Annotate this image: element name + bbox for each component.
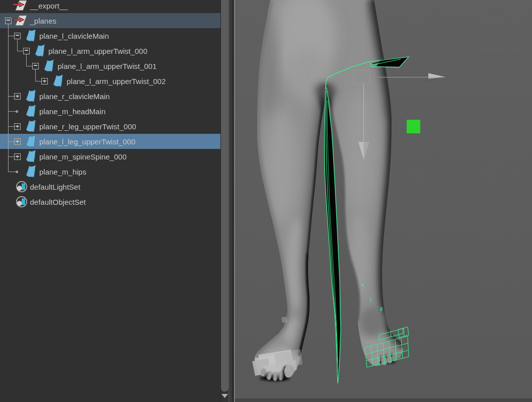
svg-text:_planes: _planes bbox=[30, 17, 57, 25]
svg-text:defaultLightSet: defaultLightSet bbox=[30, 183, 81, 191]
svg-text:plane_l_leg_upperTwist_000: plane_l_leg_upperTwist_000 bbox=[39, 137, 135, 146]
svg-text:plane_l_arm_upperTwist_002: plane_l_arm_upperTwist_002 bbox=[67, 77, 166, 86]
svg-text:plane_l_clavicleMain: plane_l_clavicleMain bbox=[39, 32, 109, 40]
svg-text:defaultObjectSet: defaultObjectSet bbox=[30, 198, 87, 206]
svg-text:plane_l_arm_upperTwist_000: plane_l_arm_upperTwist_000 bbox=[48, 47, 147, 55]
svg-text:__export__: __export__ bbox=[30, 2, 68, 10]
svg-text:plane_l_arm_upperTwist_001: plane_l_arm_upperTwist_001 bbox=[58, 62, 157, 70]
svg-text:plane_m_hips: plane_m_hips bbox=[39, 168, 86, 176]
svg-text:plane_m_headMain: plane_m_headMain bbox=[39, 107, 106, 116]
svg-text:plane_r_clavicleMain: plane_r_clavicleMain bbox=[39, 92, 110, 101]
svg-text:plane_m_spineSpine_000: plane_m_spineSpine_000 bbox=[39, 152, 126, 161]
svg-text:plane_r_leg_upperTwist_000: plane_r_leg_upperTwist_000 bbox=[39, 122, 136, 131]
